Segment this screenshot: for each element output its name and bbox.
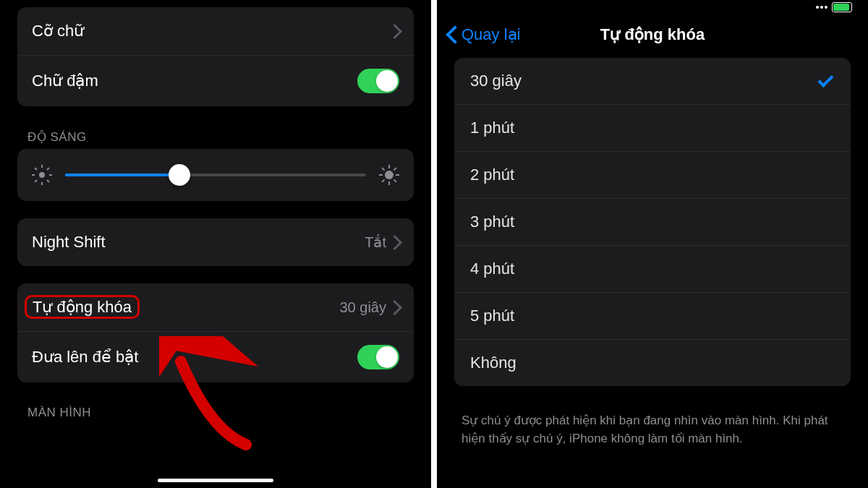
auto-lock-option[interactable]: Không [454, 339, 851, 386]
auto-lock-option[interactable]: 3 phút [454, 198, 851, 245]
auto-lock-option[interactable]: 30 giây [454, 58, 851, 104]
auto-lock-options-group: 30 giây1 phút2 phút3 phút4 phút5 phútKhô… [454, 58, 851, 386]
option-label: Không [470, 354, 835, 372]
bold-text-label: Chữ đậm [32, 72, 357, 90]
screen-header: MÀN HÌNH [0, 400, 431, 424]
option-label: 2 phút [470, 166, 835, 184]
option-label: 5 phút [470, 307, 835, 325]
auto-lock-option[interactable]: 4 phút [454, 245, 851, 292]
back-button[interactable]: Quay lại [446, 25, 520, 44]
auto-lock-row[interactable]: Tự động khóa 30 giây [17, 283, 414, 331]
option-label: 1 phút [470, 119, 835, 137]
night-shift-group: Night Shift Tắt [17, 218, 414, 266]
option-label: 3 phút [470, 213, 835, 231]
text-size-row[interactable]: Cỡ chữ [17, 7, 414, 55]
raise-to-wake-toggle[interactable] [357, 345, 399, 369]
brightness-header: ĐỘ SÁNG [0, 124, 431, 149]
auto-lock-value: 30 giây [340, 299, 387, 316]
bold-text-row[interactable]: Chữ đậm [17, 55, 414, 106]
auto-lock-label: Tự động khóa [32, 298, 340, 317]
checkmark-icon [817, 72, 835, 90]
brightness-slider-row[interactable] [17, 149, 414, 201]
brightness-group [17, 149, 414, 201]
battery-icon [832, 2, 852, 12]
lock-group: Tự động khóa 30 giây Đưa lên để bật [17, 283, 414, 382]
sun-low-icon [32, 165, 52, 185]
auto-lock-option[interactable]: 5 phút [454, 292, 851, 339]
auto-lock-highlight: Tự động khóa [25, 295, 140, 319]
chevron-right-icon [392, 236, 399, 249]
cellular-icon [816, 6, 827, 9]
night-shift-value: Tắt [365, 234, 386, 251]
text-size-label: Cỡ chữ [32, 22, 392, 40]
chevron-right-icon [392, 301, 399, 314]
navigation-bar: Quay lại Tự động khóa [437, 14, 868, 58]
brightness-slider[interactable] [65, 174, 366, 176]
bold-text-toggle[interactable] [357, 69, 399, 93]
brightness-thumb[interactable] [169, 164, 190, 186]
night-shift-row[interactable]: Night Shift Tắt [17, 218, 414, 266]
raise-to-wake-row[interactable]: Đưa lên để bật [17, 331, 414, 382]
home-indicator[interactable] [158, 479, 273, 482]
chevron-right-icon [392, 25, 399, 38]
option-label: 4 phút [470, 260, 835, 278]
raise-to-wake-label: Đưa lên để bật [32, 348, 357, 367]
back-label: Quay lại [461, 25, 520, 44]
sun-high-icon [379, 165, 399, 185]
chevron-left-icon [446, 27, 459, 43]
footer-description: Sự chú ý được phát hiện khi bạn đang nhì… [437, 403, 868, 448]
option-label: 30 giây [470, 72, 817, 90]
display-settings-screen: Cỡ chữ Chữ đậm ĐỘ SÁNG Night Shift Tắt [0, 0, 431, 488]
auto-lock-options-screen: Quay lại Tự động khóa 30 giây1 phút2 phú… [437, 0, 868, 488]
auto-lock-option[interactable]: 2 phút [454, 151, 851, 198]
night-shift-label: Night Shift [32, 233, 365, 252]
text-group: Cỡ chữ Chữ đậm [17, 7, 414, 106]
auto-lock-option[interactable]: 1 phút [454, 104, 851, 151]
status-bar-right [816, 2, 852, 12]
